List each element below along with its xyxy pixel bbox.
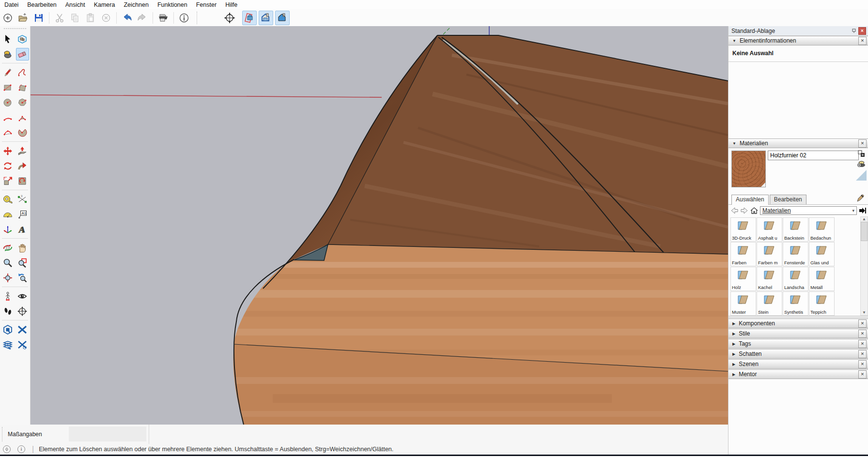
create-material-icon[interactable] (857, 159, 866, 168)
folder-farben[interactable]: Farben (730, 242, 756, 266)
szenen-close-button[interactable]: ✕ (858, 360, 867, 368)
folder-muster[interactable]: Muster (730, 291, 756, 316)
paint-bucket-tool[interactable] (1, 48, 15, 61)
mentor-close-button[interactable]: ✕ (858, 370, 867, 379)
section-komponenten[interactable]: ▶ Komponenten ✕ (728, 319, 868, 328)
rotated-rectangle-tool[interactable] (16, 81, 29, 94)
freehand-tool[interactable] (16, 66, 29, 79)
cut-button[interactable] (53, 11, 66, 25)
tab-auswaehlen[interactable]: Auswählen (731, 195, 769, 205)
folder-kachel[interactable]: Kachel (757, 267, 782, 291)
position-camera-tool[interactable] (1, 290, 15, 303)
tape-measure-tool[interactable] (1, 193, 15, 206)
display-section-cuts-button[interactable] (275, 11, 290, 25)
protractor-tool[interactable] (1, 208, 15, 221)
eyedropper-icon[interactable] (856, 194, 865, 202)
element-info-header[interactable]: ▼ Elementinformationen ✕ (728, 36, 868, 46)
3d-viewport[interactable] (31, 26, 728, 425)
dimensions-tool[interactable]: 3 (16, 193, 29, 206)
folder-landschaft[interactable]: Landscha (783, 267, 808, 291)
extension-ribbon-settings-tool[interactable] (16, 338, 29, 351)
axes-tool[interactable] (1, 223, 15, 236)
menu-hilfe[interactable]: Hilfe (221, 1, 242, 8)
materials-close-button[interactable]: ✕ (858, 139, 867, 148)
compass-button[interactable] (223, 11, 236, 25)
material-name-field[interactable] (768, 151, 859, 160)
circle-tool[interactable] (1, 96, 15, 109)
folder-farben-m[interactable]: Farben m (757, 242, 782, 266)
folder-stein[interactable]: Stein (757, 291, 782, 316)
menu-bearbeiten[interactable]: Bearbeiten (23, 1, 61, 8)
walk-tool[interactable] (1, 305, 15, 318)
3d-text-tool[interactable]: AA (16, 223, 29, 236)
make-component-tool[interactable] (16, 33, 29, 46)
measurements-value-box[interactable] (69, 427, 146, 442)
folder-3d-druck[interactable]: 3D-Druck (730, 217, 756, 242)
section-szenen[interactable]: ▶ Szenen ✕ (728, 359, 868, 369)
open-button[interactable] (16, 11, 30, 25)
section-stile[interactable]: ▶ Stile ✕ (728, 329, 868, 338)
material-swatch[interactable] (731, 151, 766, 187)
schatten-close-button[interactable]: ✕ (858, 350, 867, 358)
folder-bedachung[interactable]: Bedachun (809, 217, 835, 242)
folder-backstein[interactable]: Backstein (783, 217, 808, 242)
forward-arrow-icon[interactable] (740, 207, 748, 214)
tray-title-bar[interactable]: Standard-Ablage × (728, 26, 868, 36)
redo-button[interactable] (136, 11, 149, 25)
section-schatten[interactable]: ▶ Schatten ✕ (728, 349, 868, 359)
offset-tool[interactable] (16, 175, 29, 187)
display-section-planes-button[interactable] (259, 11, 273, 25)
section-compass-tool[interactable]: C (16, 305, 29, 318)
look-around-tool[interactable] (16, 290, 29, 303)
measurements-grip[interactable] (2, 427, 4, 442)
materials-header[interactable]: ▼ Materialien ✕ (728, 138, 868, 148)
copy-button[interactable] (68, 11, 82, 25)
orbit-tool[interactable] (1, 242, 15, 254)
line-tool[interactable] (1, 66, 15, 79)
select-tool[interactable] (1, 33, 15, 46)
text-tool[interactable]: A1 (16, 208, 29, 221)
undo-button[interactable] (120, 11, 134, 25)
section-mentor[interactable]: ▶ Mentor ✕ (728, 369, 868, 379)
home-icon[interactable] (750, 207, 759, 214)
print-button[interactable] (156, 11, 170, 25)
move-tool[interactable] (1, 145, 15, 157)
2-point-arc-tool[interactable] (16, 111, 29, 124)
new-button[interactable] (1, 11, 15, 25)
palette-grip[interactable] (4, 28, 26, 31)
section-plane-button[interactable] (242, 11, 257, 25)
pin-icon[interactable] (851, 28, 857, 34)
follow-me-tool[interactable] (16, 160, 29, 172)
tab-bearbeiten[interactable]: Bearbeiten (770, 195, 806, 204)
scroll-up-icon[interactable]: ▲ (862, 217, 866, 221)
menu-fenster[interactable]: Fenster (192, 1, 221, 8)
delete-button[interactable] (99, 11, 113, 25)
folder-synthetisch[interactable]: Synthetis (783, 291, 808, 316)
status-info-icon[interactable]: i (17, 445, 25, 453)
folder-scrollbar[interactable]: ▲ ▼ (860, 216, 868, 316)
stile-close-button[interactable]: ✕ (858, 330, 867, 338)
3-point-arc-tool[interactable] (1, 126, 15, 139)
collection-dropdown[interactable]: Materialien ▾ (760, 206, 857, 215)
element-info-close-button[interactable]: ✕ (858, 37, 867, 45)
toolbar-grip[interactable] (197, 12, 200, 24)
folder-fensterdeko[interactable]: Fensterde (783, 242, 808, 266)
zoom-window-tool[interactable] (16, 257, 29, 269)
menu-zeichnen[interactable]: Zeichnen (119, 1, 153, 8)
zoom-tool[interactable] (1, 257, 15, 269)
scroll-thumb[interactable] (861, 222, 868, 241)
pan-tool[interactable] (16, 242, 29, 254)
folder-asphalt[interactable]: Asphalt u (757, 217, 782, 242)
section-tags[interactable]: ▶ Tags ✕ (728, 339, 868, 349)
menu-funktionen[interactable]: Funktionen (153, 1, 192, 8)
menu-kamera[interactable]: Kamera (90, 1, 120, 8)
back-arrow-icon[interactable] (730, 207, 739, 214)
folder-holz[interactable]: Holz (730, 267, 756, 291)
in-model-arrow-icon[interactable] (858, 207, 866, 214)
folder-metall[interactable]: Metall (809, 267, 835, 291)
menu-datei[interactable]: Datei (0, 1, 23, 8)
scale-tool[interactable] (1, 175, 15, 187)
extension-layers-tool[interactable] (1, 338, 15, 351)
secondary-pane-icon[interactable] (858, 150, 865, 157)
tray-splitter[interactable] (728, 316, 868, 318)
